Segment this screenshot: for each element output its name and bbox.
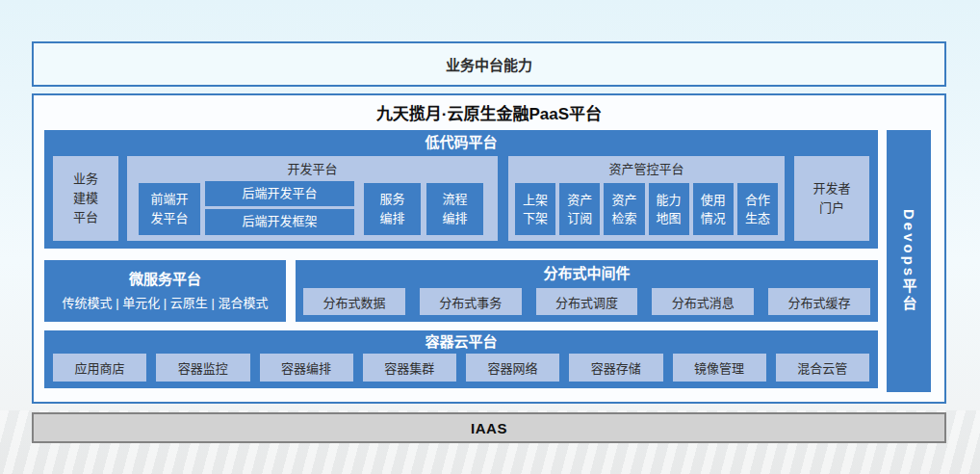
- middleware-item: 分布式调度: [536, 288, 638, 315]
- dev-platform-title: 开发平台: [127, 156, 498, 181]
- section-microservice-platform: 微服务平台 传统模式 | 单元化 | 云原生 | 混合模式: [44, 260, 286, 322]
- lowcode-title: 低代码平台: [44, 130, 878, 154]
- container-items: 应用商店容器监控容器编排容器集群容器网络容器存储镜像管理混合云管: [53, 354, 869, 382]
- box-business-modeling-platform: 业务 建模 平台: [53, 156, 118, 241]
- panel-dev-platform: 开发平台 前端开 发平台 后端开发平台 后端开发框架 服务 编排 流程 编排: [127, 156, 498, 241]
- middleware-item: 分布式缓存: [768, 288, 870, 315]
- container-item: 镜像管理: [673, 354, 766, 382]
- panel-asset-control-platform: 资产管控平台 上架 下架资产 订阅资产 检索能力 地图使用 情况合作 生态: [508, 156, 785, 241]
- box-service-orchestration: 服务 编排: [364, 183, 421, 235]
- box-process-orchestration: 流程 编排: [426, 183, 483, 235]
- iaas-label: IAAS: [471, 420, 507, 436]
- asset-platform-title: 资产管控平台: [508, 156, 785, 181]
- container-item: 容器存储: [569, 354, 662, 382]
- paas-platform-box: 九天揽月·云原生金融PaaS平台 低代码平台 业务 建模 平台 开发平台 前端开…: [32, 93, 946, 404]
- platform-title: 九天揽月·云原生金融PaaS平台: [34, 100, 944, 124]
- middleware-item: 分布式事务: [420, 288, 522, 315]
- asset-items: 上架 下架资产 订阅资产 检索能力 地图使用 情况合作 生态: [515, 183, 778, 235]
- section-distributed-middleware: 分布式中间件 分布式数据分布式事务分布式调度分布式消息分布式缓存: [296, 260, 878, 322]
- slide-canvas: 业务中台能力 九天揽月·云原生金融PaaS平台 低代码平台 业务 建模 平台 开…: [0, 0, 980, 474]
- business-midplatform-label: 业务中台能力: [446, 54, 532, 74]
- container-item: 容器集群: [363, 354, 456, 382]
- middleware-title: 分布式中间件: [296, 260, 878, 283]
- middleware-items: 分布式数据分布式事务分布式调度分布式消息分布式缓存: [303, 288, 870, 315]
- container-item: 容器编排: [260, 354, 353, 382]
- section-container-cloud-platform: 容器云平台 应用商店容器监控容器编排容器集群容器网络容器存储镜像管理混合云管: [44, 330, 878, 388]
- box-backend-dev-framework: 后端开发框架: [205, 209, 354, 235]
- middleware-item: 分布式消息: [652, 288, 754, 315]
- asset-item: 能力 地图: [649, 183, 689, 235]
- container-item: 混合云管: [776, 354, 869, 382]
- asset-item: 上架 下架: [515, 183, 555, 235]
- middleware-item: 分布式数据: [303, 288, 405, 315]
- microservice-modes: 传统模式 | 单元化 | 云原生 | 混合模式: [44, 293, 286, 311]
- business-midplatform-banner: 业务中台能力: [32, 41, 946, 87]
- asset-item: 资产 订阅: [559, 183, 600, 235]
- asset-item: 使用 情况: [693, 183, 734, 235]
- bar-devops-platform: Devops平台: [887, 130, 931, 392]
- container-item: 容器网络: [466, 354, 559, 382]
- iaas-bar: IAAS: [32, 412, 946, 443]
- box-backend-dev-platform: 后端开发平台: [205, 181, 354, 206]
- box-developer-portal: 开发者 门户: [794, 156, 869, 241]
- box-frontend-dev-platform: 前端开 发平台: [139, 183, 200, 235]
- asset-item: 合作 生态: [737, 183, 778, 235]
- microservice-title: 微服务平台: [44, 268, 286, 288]
- container-title: 容器云平台: [44, 330, 878, 352]
- devops-label: Devops平台: [899, 209, 919, 313]
- asset-item: 资产 检索: [604, 183, 644, 235]
- container-item: 容器监控: [156, 354, 249, 382]
- container-item: 应用商店: [53, 354, 146, 382]
- section-lowcode-platform: 低代码平台 业务 建模 平台 开发平台 前端开 发平台 后端开发平台 后端开发框…: [44, 130, 878, 249]
